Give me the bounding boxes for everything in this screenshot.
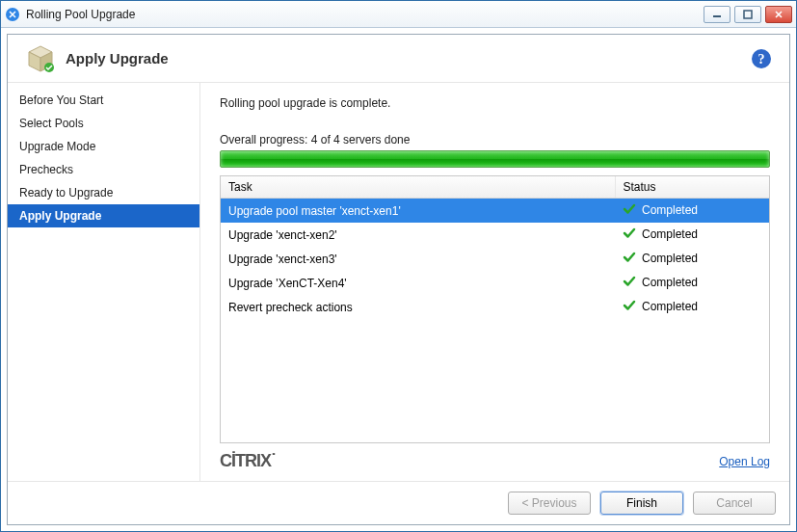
wizard-steps-sidebar: Before You StartSelect PoolsUpgrade Mode… [8, 83, 200, 481]
check-icon [623, 202, 636, 219]
wizard-header: Apply Upgrade ? [8, 35, 789, 83]
task-name-cell: Upgrade 'xenct-xen3' [221, 247, 615, 271]
sidebar-item[interactable]: Select Pools [8, 112, 199, 135]
body-area: Apply Upgrade ? Before You StartSelect P… [1, 28, 796, 531]
sidebar-item[interactable]: Apply Upgrade [8, 204, 199, 227]
check-icon [623, 299, 636, 315]
table-row[interactable]: Upgrade 'xenct-xen3'Completed [221, 247, 769, 271]
dialog-window: Rolling Pool Upgrade Apply Upgrade [0, 0, 797, 532]
footer-row: CİTRIX˙ Open Log [220, 451, 770, 471]
check-icon [623, 226, 636, 243]
column-status[interactable]: Status [615, 176, 769, 199]
content-area: Before You StartSelect PoolsUpgrade Mode… [8, 83, 789, 481]
task-status-text: Completed [642, 276, 698, 289]
task-status-text: Completed [642, 203, 698, 217]
sidebar-item[interactable]: Prechecks [8, 158, 199, 181]
help-icon[interactable]: ? [751, 48, 772, 69]
button-bar: < Previous Finish Cancel [8, 481, 789, 524]
maximize-button[interactable] [734, 6, 761, 23]
close-button[interactable] [765, 6, 792, 23]
sidebar-item[interactable]: Ready to Upgrade [8, 181, 199, 204]
check-icon [623, 275, 636, 291]
task-name-cell: Revert precheck actions [221, 295, 615, 319]
task-status-cell: Completed [615, 295, 769, 319]
wizard-panel: Apply Upgrade ? Before You StartSelect P… [7, 34, 790, 525]
sidebar-item[interactable]: Upgrade Mode [8, 135, 199, 158]
table-row[interactable]: Upgrade pool master 'xenct-xen1'Complete… [221, 199, 769, 224]
sidebar-item[interactable]: Before You Start [8, 89, 199, 112]
task-status-text: Completed [642, 252, 698, 265]
task-status-text: Completed [642, 300, 698, 313]
app-icon [5, 7, 20, 22]
task-name-cell: Upgrade pool master 'xenct-xen1' [221, 199, 615, 224]
column-task[interactable]: Task [221, 176, 615, 199]
window-title: Rolling Pool Upgrade [26, 8, 135, 21]
open-log-link[interactable]: Open Log [719, 455, 770, 468]
cancel-button[interactable]: Cancel [693, 492, 776, 515]
table-row[interactable]: Revert precheck actionsCompleted [221, 295, 769, 319]
brand-logo: CİTRIX˙ [220, 451, 276, 471]
task-table: Task Status Upgrade pool master 'xenct-x… [220, 175, 770, 443]
overall-progress-bar [220, 150, 770, 168]
svg-text:?: ? [758, 52, 765, 66]
status-message: Rolling pool upgrade is complete. [220, 96, 770, 110]
check-icon [623, 251, 636, 267]
finish-button[interactable]: Finish [600, 492, 683, 515]
task-status-cell: Completed [615, 223, 769, 247]
package-icon [25, 43, 56, 74]
table-row[interactable]: Upgrade 'xenct-xen2'Completed [221, 223, 769, 247]
task-name-cell: Upgrade 'XenCT-Xen4' [221, 271, 615, 295]
page-title: Apply Upgrade [66, 50, 169, 66]
minimize-button[interactable] [704, 6, 731, 23]
table-row[interactable]: Upgrade 'XenCT-Xen4'Completed [221, 271, 769, 295]
task-status-cell: Completed [615, 247, 769, 271]
main-panel: Rolling pool upgrade is complete. Overal… [200, 83, 789, 481]
window-controls [704, 6, 792, 23]
task-status-cell: Completed [615, 199, 769, 224]
svg-rect-2 [744, 11, 752, 18]
task-status-text: Completed [642, 227, 698, 241]
task-status-cell: Completed [615, 271, 769, 295]
overall-progress-label: Overall progress: 4 of 4 servers done [220, 133, 770, 146]
titlebar[interactable]: Rolling Pool Upgrade [1, 1, 796, 28]
task-name-cell: Upgrade 'xenct-xen2' [221, 223, 615, 247]
previous-button[interactable]: < Previous [508, 492, 591, 515]
